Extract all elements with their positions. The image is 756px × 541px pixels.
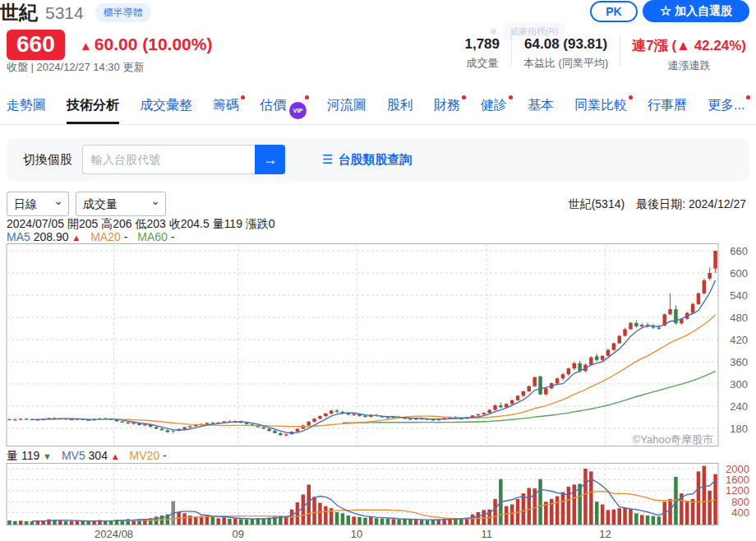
notification-dot xyxy=(462,95,466,99)
chart-meta: 世紀(5314)最後日期: 2024/12/27 xyxy=(569,197,746,212)
down-arrow-icon: ▼ xyxy=(43,451,52,461)
ma60-value: - xyxy=(171,230,175,243)
star-icon: ☆ xyxy=(660,4,671,17)
tab-label: 籌碼 xyxy=(213,98,239,112)
tab-label: 財務 xyxy=(434,98,460,112)
close-info: 收盤 | 2024/12/27 14:30 更新 xyxy=(7,60,144,75)
notification-dot xyxy=(509,95,513,99)
notification-dot xyxy=(746,95,750,99)
tab-list: 走勢圖技術分析成交彙整籌碼估價VIP河流圖股利財務健診基本同業比較行事曆更多..… xyxy=(0,92,756,124)
chart-stock-label: 世紀(5314) xyxy=(569,197,625,210)
ma5-label: MA5 xyxy=(7,230,30,243)
period-select[interactable]: 日線 xyxy=(7,192,69,216)
search-label: 切換個股 xyxy=(23,138,72,181)
svg-text:10: 10 xyxy=(351,528,362,540)
indicator-select[interactable]: 成交量 xyxy=(76,192,166,216)
search-bar: 切換個股 → ☰台股類股查詢 xyxy=(7,138,749,181)
add-watchlist-button[interactable]: ☆ 加入自選股 xyxy=(643,0,749,22)
svg-text:2024/08: 2024/08 xyxy=(94,528,133,540)
change-text: 60.00 (10.00%) xyxy=(94,35,213,53)
tab-籌碼[interactable]: 籌碼 xyxy=(213,97,239,124)
stat-volume: 1,789 成交量 xyxy=(461,36,503,71)
stat-volume-value: 1,789 xyxy=(464,36,500,53)
tab-河流圖[interactable]: 河流圖 xyxy=(327,97,366,124)
ma60-label: MA60 xyxy=(137,230,168,243)
stat-streak-label: 連漲連跌 xyxy=(632,58,746,73)
mv20-label: MV20 xyxy=(130,449,160,462)
tab-label: 股利 xyxy=(387,98,413,112)
svg-text:420: 420 xyxy=(730,334,748,346)
tab-同業比較[interactable]: 同業比較 xyxy=(574,97,627,124)
volume-bar-chart[interactable]: 2000160012008004002024/0809101112 xyxy=(0,462,756,541)
tab-成交彙整[interactable]: 成交彙整 xyxy=(140,97,192,124)
divider xyxy=(620,36,620,66)
svg-text:600: 600 xyxy=(730,267,748,280)
tab-行事曆[interactable]: 行事曆 xyxy=(648,97,687,124)
volume-label: 量 xyxy=(7,449,18,462)
tab-技術分析[interactable]: 技術分析 xyxy=(67,97,119,124)
vip-badge: VIP xyxy=(289,102,307,119)
stat-volume-label: 成交量 xyxy=(464,56,500,71)
ma5-value: 208.90 xyxy=(34,230,69,243)
tab-更多[interactable]: 更多... xyxy=(708,97,744,124)
stock-technical-analysis-page: 世紀 5314 櫃半導體 PK ☆ 加入自選股 660 ▲60.00 (10.0… xyxy=(0,0,756,541)
sector-search-label: 台股類股查詢 xyxy=(338,152,412,166)
mv5-label: MV5 xyxy=(62,449,85,462)
up-arrow-icon: ▲ xyxy=(71,233,81,243)
header-stats: 1,789 成交量 64.08 (93.81) 本益比 (同業平均) 連7漲 (… xyxy=(461,36,749,73)
header-title-row: 世紀 5314 櫃半導體 xyxy=(0,0,151,25)
tab-label: 同業比較 xyxy=(574,98,627,112)
mv20-value: - xyxy=(163,449,167,462)
svg-text:09: 09 xyxy=(233,528,244,540)
tab-股利[interactable]: 股利 xyxy=(387,97,413,124)
arrow-right-icon: → xyxy=(263,151,278,168)
notification-dot xyxy=(629,95,633,99)
stock-code-input[interactable] xyxy=(82,145,255,174)
tab-財務[interactable]: 財務 xyxy=(434,97,460,124)
list-icon: ☰ xyxy=(322,152,333,166)
search-submit-button[interactable]: → xyxy=(255,145,285,174)
svg-text:360: 360 xyxy=(730,356,748,368)
price-change: ▲60.00 (10.00%) xyxy=(80,35,212,54)
svg-text:400: 400 xyxy=(731,506,749,519)
svg-text:540: 540 xyxy=(730,289,748,302)
volume-value: 119 xyxy=(21,449,39,462)
market-badge: 櫃半導體 xyxy=(95,3,151,22)
price-value: 660 xyxy=(7,30,65,60)
page-title: 世紀 xyxy=(0,0,38,25)
notification-dot xyxy=(305,95,309,99)
svg-text:11: 11 xyxy=(481,528,492,540)
tab-label: 行事曆 xyxy=(648,98,687,112)
tab-label: 成交彙整 xyxy=(140,98,192,112)
stat-pe-label: 本益比 (同業平均) xyxy=(523,56,608,71)
tab-基本[interactable]: 基本 xyxy=(528,97,554,124)
tab-label: 基本 xyxy=(528,98,554,112)
tab-label: 估價 xyxy=(260,98,286,112)
svg-text:180: 180 xyxy=(730,423,748,435)
svg-text:240: 240 xyxy=(730,400,748,413)
stat-pe-ratio: 64.08 (93.81) 本益比 (同業平均) xyxy=(520,36,611,71)
notification-dot xyxy=(241,95,245,99)
ma-legend: MA5 208.90 ▲ MA20 - MA60 - xyxy=(7,230,174,243)
stock-code: 5314 xyxy=(45,3,84,23)
nav-tab-bar: 走勢圖技術分析成交彙整籌碼估價VIP河流圖股利財務健診基本同業比較行事曆更多..… xyxy=(0,92,756,125)
last-date-label: 最後日期: 2024/12/27 xyxy=(636,197,746,210)
tab-label: 健診 xyxy=(481,98,507,112)
period-select-wrap: 日線 ⌄ xyxy=(7,192,69,216)
stat-streak-value: 連7漲 (▲ 42.24%) xyxy=(632,36,746,55)
svg-text:300: 300 xyxy=(730,378,748,391)
mv5-value: 304 xyxy=(89,449,108,462)
svg-text:660: 660 xyxy=(730,245,748,257)
svg-text:12: 12 xyxy=(599,528,611,540)
tab-走勢圖[interactable]: 走勢圖 xyxy=(7,97,46,124)
pk-button[interactable]: PK xyxy=(590,1,638,22)
ma20-value: - xyxy=(124,230,128,243)
tab-健診[interactable]: 健診 xyxy=(481,97,507,124)
sector-search-link[interactable]: ☰台股類股查詢 xyxy=(322,138,412,181)
price-candlestick-chart[interactable]: 660600540480420360300240180©Yahoo奇摩股市 xyxy=(0,243,756,448)
watermark: ©Yahoo奇摩股市 xyxy=(633,433,713,446)
up-arrow-icon: ▲ xyxy=(111,451,120,461)
up-arrow-icon: ▲ xyxy=(80,39,92,53)
ghost-dot-icon xyxy=(491,29,496,35)
tab-估價[interactable]: 估價VIP xyxy=(260,97,307,124)
